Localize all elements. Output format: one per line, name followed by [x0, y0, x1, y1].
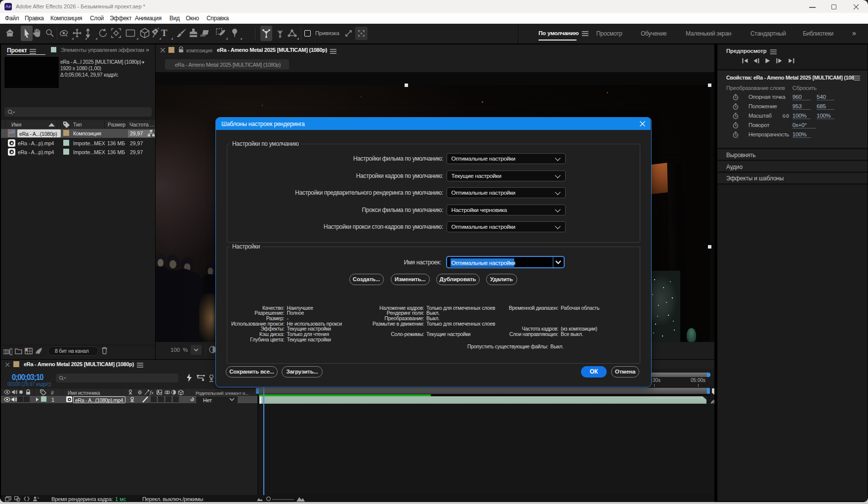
svg-text:fx: fx	[150, 389, 154, 395]
